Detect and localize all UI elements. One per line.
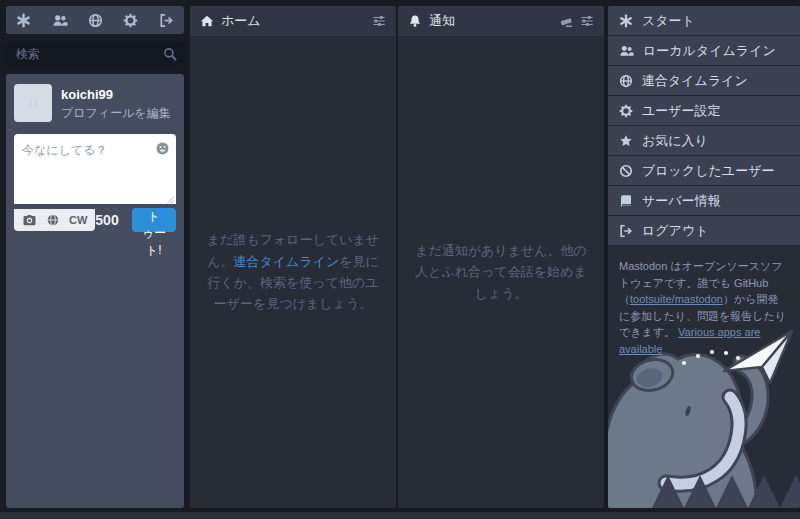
drawer-nav	[6, 6, 184, 34]
avatar[interactable]: ( )	[14, 84, 52, 122]
asterisk-icon	[16, 13, 31, 28]
getting-started-footer: Mastodon はオープンソースソフトウェアです。誰でも GitHub（too…	[608, 246, 800, 369]
camera-icon	[22, 213, 37, 228]
compose-textarea[interactable]	[14, 134, 176, 204]
menu-item-logout[interactable]: ログアウト	[608, 216, 800, 246]
edit-profile-link[interactable]: プロフィールを編集	[61, 105, 171, 122]
horizontal-scrollbar[interactable]	[0, 512, 800, 519]
sign-out-icon	[619, 224, 633, 238]
globe-icon	[88, 13, 103, 28]
eraser-icon	[559, 14, 573, 28]
getting-started-column: スタート ローカルタイムライン 連合タイムライン ユーザー設定 お気に入り ブロ…	[608, 6, 800, 508]
menu-item-federated-timeline[interactable]: 連合タイムライン	[608, 66, 800, 96]
columns-area: ( ) koichi99 プロフィールを編集	[0, 0, 800, 508]
compose-drawer: ( ) koichi99 プロフィールを編集	[6, 6, 184, 508]
asterisk-icon	[619, 14, 633, 28]
star-icon	[619, 134, 633, 148]
menu-item-server-info[interactable]: サーバー情報	[608, 186, 800, 216]
empty-column-message: まだ誰もフォローしていません。連合タイムラインを見に行くか、検索を使って他のユー…	[204, 229, 382, 315]
home-column-body: まだ誰もフォローしていません。連合タイムラインを見に行くか、検索を使って他のユー…	[190, 36, 396, 508]
account-header: ( ) koichi99 プロフィールを編集	[14, 84, 176, 122]
sliders-icon	[580, 14, 594, 28]
sliders-icon	[372, 14, 386, 28]
menu-item-label: 連合タイムライン	[642, 72, 748, 90]
menu-item-local-timeline[interactable]: ローカルタイムライン	[608, 36, 800, 66]
compose-buttons: CW	[14, 209, 95, 231]
menu-item-blocked-users[interactable]: ブロックしたユーザー	[608, 156, 800, 186]
menu-item-label: ローカルタイムライン	[643, 42, 776, 60]
home-column-header[interactable]: ホーム	[190, 6, 396, 36]
menu-item-start[interactable]: スタート	[608, 6, 800, 36]
menu-item-label: スタート	[642, 12, 695, 30]
globe-icon	[46, 213, 60, 227]
smiley-icon	[155, 141, 170, 156]
globe-icon	[619, 74, 633, 88]
ban-icon	[619, 164, 633, 178]
sign-out-icon	[159, 13, 174, 28]
preferences-button[interactable]	[123, 13, 138, 28]
federated-timeline-link[interactable]: 連合タイムライン	[233, 254, 339, 269]
notifications-column: 通知 まだ通知がありません。他の人とふれ合って会話を始めましょう。	[398, 6, 604, 508]
gear-icon	[123, 13, 138, 28]
account-username: koichi99	[61, 87, 171, 102]
gear-icon	[619, 104, 633, 118]
bell-icon	[408, 14, 422, 28]
upload-media-button[interactable]	[22, 213, 37, 228]
home-icon	[200, 14, 214, 28]
emoji-picker-button[interactable]	[155, 141, 170, 156]
compose-toolbar: CW 500 トゥート!	[14, 208, 176, 232]
menu-item-favourites[interactable]: お気に入り	[608, 126, 800, 156]
column-settings-button[interactable]	[372, 14, 386, 28]
notifications-column-title: 通知	[429, 12, 552, 30]
compose-form	[14, 134, 176, 208]
menu-item-label: ユーザー設定	[642, 102, 721, 120]
getting-started-button[interactable]	[16, 13, 31, 28]
menu-item-label: お気に入り	[642, 132, 708, 150]
users-icon	[52, 13, 68, 28]
menu-item-label: ブロックしたユーザー	[642, 162, 774, 180]
search-input[interactable]	[6, 42, 184, 66]
toot-button[interactable]: トゥート!	[132, 208, 176, 232]
character-counter: 500	[95, 212, 118, 228]
menu-item-label: ログアウト	[642, 222, 709, 240]
textarea-resize-handle[interactable]	[166, 196, 174, 204]
logout-button[interactable]	[159, 13, 174, 28]
column-settings-button[interactable]	[580, 14, 594, 28]
drawer-panel: ( ) koichi99 プロフィールを編集	[6, 74, 184, 508]
book-icon	[619, 194, 633, 208]
content-warning-button[interactable]: CW	[69, 215, 87, 226]
clear-notifications-button[interactable]	[559, 14, 573, 28]
notifications-column-header[interactable]: 通知	[398, 6, 604, 36]
empty-column-message: まだ通知がありません。他の人とふれ合って会話を始めましょう。	[412, 240, 590, 304]
account-info: koichi99 プロフィールを編集	[61, 84, 171, 122]
local-timeline-button[interactable]	[52, 13, 68, 28]
menu-item-label: サーバー情報	[642, 192, 721, 210]
search-icon	[163, 47, 177, 61]
privacy-button[interactable]	[46, 213, 60, 227]
federated-timeline-button[interactable]	[88, 13, 103, 28]
menu-item-preferences[interactable]: ユーザー設定	[608, 96, 800, 126]
home-column-title: ホーム	[221, 12, 365, 30]
search	[6, 42, 184, 66]
home-column: ホーム まだ誰もフォローしていません。連合タイムラインを見に行くか、検索を使って…	[190, 6, 396, 508]
github-repo-link[interactable]: tootsuite/mastodon	[630, 293, 723, 305]
notifications-column-body: まだ通知がありません。他の人とふれ合って会話を始めましょう。	[398, 36, 604, 508]
users-icon	[619, 44, 634, 58]
